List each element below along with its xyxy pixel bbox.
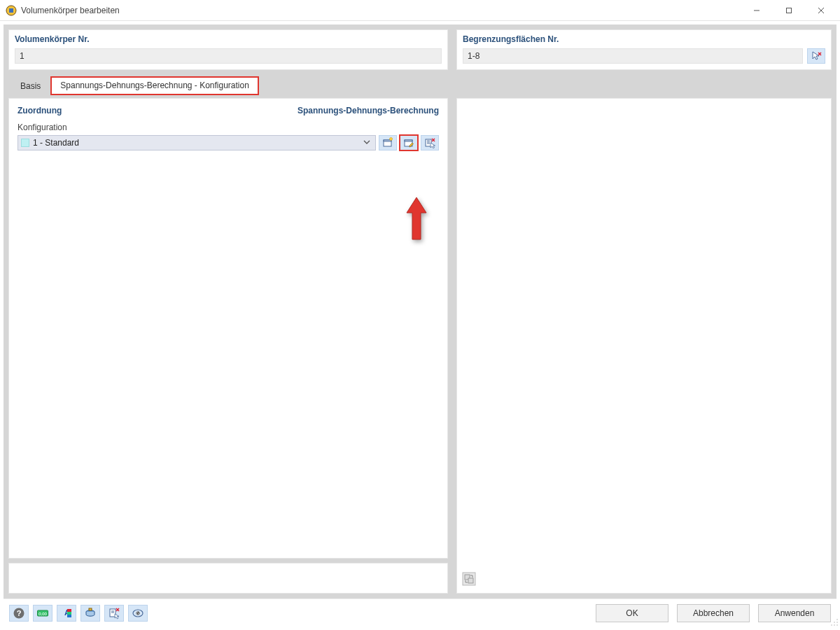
cancel-button[interactable]: Abbrechen [677, 604, 750, 622]
fit-view-icon [461, 571, 477, 587]
layer-button[interactable] [80, 605, 100, 622]
config-color-swatch [21, 139, 29, 147]
window-title: Volumenkörper bearbeiten [21, 6, 120, 15]
svg-rect-13 [405, 140, 412, 141]
boundary-surfaces-label: Begrenzungsflächen Nr. [463, 34, 825, 44]
fit-view-button[interactable] [461, 571, 477, 589]
left-column: Zuordnung Spannungs-Dehnungs-Berechnung … [8, 98, 448, 594]
left-bottom-panel [8, 563, 448, 594]
svg-point-41 [836, 619, 838, 620]
units-icon: 0,00 [36, 607, 49, 620]
apply-button[interactable]: Anwenden [758, 604, 831, 622]
svg-point-43 [836, 622, 838, 623]
svg-rect-32 [89, 608, 92, 610]
svg-rect-22 [468, 578, 473, 583]
svg-point-44 [831, 624, 832, 626]
resize-grip-icon [829, 617, 839, 626]
svg-point-45 [834, 624, 835, 626]
detach-icon [108, 607, 120, 620]
boundary-surfaces-field[interactable]: 1-8 [463, 48, 803, 64]
app-icon [6, 5, 17, 16]
window-minimize-button[interactable] [741, 0, 773, 21]
header-row: Volumenkörper Nr. 1 Begrenzungsflächen N… [8, 29, 832, 70]
svg-rect-29 [67, 612, 71, 615]
pick-surfaces-button[interactable] [807, 48, 825, 64]
units-button[interactable]: 0,00 [33, 605, 52, 622]
help-icon: ? [13, 607, 25, 620]
new-config-button[interactable] [379, 135, 397, 150]
svg-text:fx: fx [136, 611, 139, 615]
svg-point-11 [390, 138, 393, 141]
svg-rect-30 [67, 615, 71, 617]
edit-config-button[interactable] [400, 135, 418, 150]
preview-panel [456, 98, 832, 594]
svg-rect-1 [9, 8, 13, 13]
edit-icon [403, 137, 414, 148]
font-color-icon: A [60, 607, 73, 620]
tab-stress-strain-config[interactable]: Spannungs-Dehnungs-Berechnung - Konfigur… [51, 77, 258, 94]
svg-rect-3 [787, 8, 792, 13]
dialog-footer: ? 0,00 A [4, 598, 836, 626]
clear-config-button[interactable] [421, 135, 439, 150]
config-label: Konfiguration [18, 122, 439, 132]
window-close-button[interactable] [805, 0, 837, 21]
assignment-heading: Zuordnung [18, 106, 62, 115]
clear-icon [424, 137, 435, 148]
function-button[interactable]: fx [128, 605, 148, 622]
function-icon: fx [132, 607, 144, 620]
tab-basis[interactable]: Basis [11, 78, 50, 94]
boundary-surfaces-box: Begrenzungsflächen Nr. 1-8 [456, 29, 832, 70]
ok-button[interactable]: OK [596, 604, 668, 622]
chevron-down-icon [361, 138, 372, 148]
config-row: 1 - Standard [18, 135, 439, 150]
new-icon [382, 137, 393, 148]
font-color-button[interactable]: A [57, 605, 76, 622]
solid-number-field[interactable]: 1 [15, 48, 442, 64]
dialog-frame: Volumenkörper Nr. 1 Begrenzungsflächen N… [0, 21, 840, 630]
svg-point-46 [836, 624, 838, 626]
assignment-panel: Zuordnung Spannungs-Dehnungs-Berechnung … [8, 98, 448, 559]
assignment-subheading: Spannungs-Dehnungs-Berechnung [298, 106, 439, 115]
config-selected-text: 1 - Standard [33, 138, 361, 148]
svg-text:0,00: 0,00 [38, 611, 47, 615]
client-area: Volumenkörper Nr. 1 Begrenzungsflächen N… [4, 24, 836, 598]
resize-grip[interactable] [829, 617, 839, 629]
solid-number-box: Volumenkörper Nr. 1 [8, 29, 448, 70]
window-maximize-button[interactable] [773, 0, 805, 21]
right-column [456, 98, 832, 594]
config-select[interactable]: 1 - Standard [18, 135, 376, 150]
svg-point-42 [834, 622, 835, 623]
tab-row: Basis Spannungs-Dehnungs-Berechnung - Ko… [8, 76, 832, 94]
main-content: Zuordnung Spannungs-Dehnungs-Berechnung … [8, 98, 832, 594]
titlebar: Volumenkörper bearbeiten [0, 0, 840, 21]
detach-button[interactable] [104, 605, 124, 622]
svg-text:?: ? [17, 609, 22, 617]
cursor-pick-icon [811, 50, 822, 62]
solid-number-label: Volumenkörper Nr. [15, 34, 442, 44]
layer-icon [84, 607, 97, 620]
svg-rect-28 [67, 609, 71, 612]
help-button[interactable]: ? [9, 605, 29, 622]
